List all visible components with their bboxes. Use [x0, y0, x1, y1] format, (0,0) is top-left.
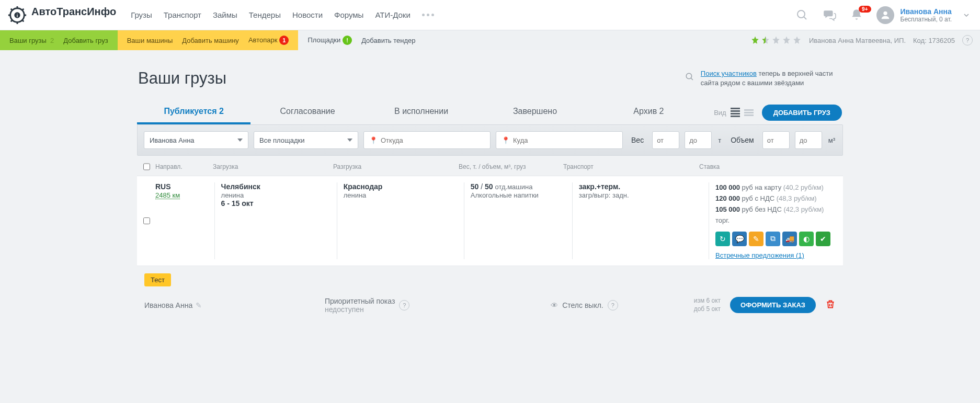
nav-docs[interactable]: АТИ-Доки	[375, 10, 410, 19]
copy-icon[interactable]: ⧉	[766, 232, 780, 246]
subnav-add-cargo[interactable]: Добавить груз	[63, 37, 108, 44]
search-icon[interactable]	[795, 8, 810, 22]
row-footer: Иванова Анна ✎ Приоритетный показ недост…	[137, 292, 843, 314]
added-date: доб 5 окт	[694, 305, 721, 314]
modified-date: изм 6 окт	[694, 297, 721, 305]
notifications-badge: 9+	[859, 6, 871, 13]
page-title: Ваши грузы	[138, 69, 226, 88]
th-rate[interactable]: Ставка	[699, 163, 837, 170]
volume-unit: м³	[828, 136, 835, 144]
eye-off-icon: 👁	[551, 301, 558, 309]
tab-archive[interactable]: Архив 2	[592, 100, 705, 124]
row-unload-street: ленина	[344, 191, 367, 199]
row-cargo: Алкогольные напитки	[471, 191, 539, 199]
user-plan: Бесплатный, 0 ат.	[901, 16, 952, 23]
tab-execution[interactable]: В исполнении	[364, 100, 478, 124]
sub-nav: Ваши грузы 2 Добавить груз Ваши машины Д…	[0, 30, 980, 50]
hint-link[interactable]: Поиск участников	[701, 70, 757, 77]
volume-label: Объем	[731, 136, 754, 144]
priority-sub: недоступен	[325, 305, 395, 314]
user-menu[interactable]: Иванова Анна Бесплатный, 0 ат.	[876, 6, 970, 24]
tab-publish[interactable]: Публикуется 2	[137, 100, 250, 124]
nav-transport[interactable]: Транспорт	[164, 10, 201, 19]
edit-icon[interactable]: ✎	[749, 232, 764, 246]
nav-news[interactable]: Новости	[292, 10, 323, 19]
nav-more-icon[interactable]	[422, 14, 434, 16]
search-large-icon	[685, 69, 694, 85]
svg-text:i: i	[17, 13, 18, 18]
table-row: RUS 2485 км Челябинск ленина 6 - 15 окт …	[137, 176, 843, 266]
nav-cargo[interactable]: Грузы	[131, 10, 152, 19]
th-direction[interactable]: Направл.	[155, 163, 213, 170]
view-dense-icon[interactable]	[731, 108, 740, 117]
tab-done[interactable]: Завершено	[478, 100, 591, 124]
nav-loans[interactable]: Займы	[213, 10, 237, 19]
subnav-your-cargo[interactable]: Ваши грузы	[9, 37, 47, 44]
truck-icon[interactable]: 🚚	[782, 232, 797, 246]
weight-from-input[interactable]	[652, 131, 679, 149]
delete-icon[interactable]	[825, 299, 836, 311]
subnav-add-truck[interactable]: Добавить машину	[182, 37, 239, 44]
row-truck-type: отд.машина	[495, 183, 533, 191]
check-icon[interactable]: ✔	[816, 232, 830, 246]
tab-agreement[interactable]: Согласование	[250, 100, 364, 124]
row-loading: загр/выгр: задн.	[579, 191, 629, 199]
filter-platforms-select[interactable]: Все площадки	[254, 131, 358, 149]
notifications-icon[interactable]: 9+	[849, 8, 864, 22]
row-checkbox[interactable]	[143, 182, 150, 259]
row-distance[interactable]: 2485 км	[155, 191, 180, 199]
volume-from-input[interactable]	[762, 131, 790, 149]
view-sparse-icon[interactable]	[744, 109, 754, 116]
message-icon[interactable]: 💬	[732, 232, 747, 246]
platforms-badge: !	[343, 36, 352, 45]
table-header: Направл. Загрузка Разгрузка Вес, т. / об…	[137, 156, 843, 176]
top-nav: Грузы Транспорт Займы Тендеры Новости Фо…	[131, 10, 782, 19]
svg-point-4	[883, 11, 887, 15]
toggle-icon[interactable]: ◐	[799, 232, 814, 246]
subnav-your-trucks[interactable]: Ваши машины	[127, 37, 173, 44]
stealth-help-icon[interactable]: ?	[608, 300, 618, 310]
add-cargo-button[interactable]: ДОБАВИТЬ ГРУЗ	[762, 105, 842, 121]
th-unload[interactable]: Разгрузка	[333, 163, 459, 170]
volume-to-input[interactable]	[795, 131, 822, 149]
filter-from-input[interactable]: 📍	[363, 131, 491, 149]
row-dates: 6 - 15 окт	[221, 199, 254, 208]
refresh-icon[interactable]: ↻	[715, 232, 730, 246]
test-tag[interactable]: Тест	[144, 273, 171, 286]
row-unload-city: Краснодар	[344, 182, 383, 191]
priority-label: Приоритетный показ	[325, 297, 395, 305]
row-bargain: торг.	[715, 215, 830, 226]
edit-owner-icon[interactable]: ✎	[196, 301, 202, 309]
subnav-add-tender[interactable]: Добавить тендер	[361, 37, 415, 44]
stealth-label: Стелс выкл.	[562, 301, 603, 309]
filter-owner-select[interactable]: Иванова Анна	[144, 131, 248, 149]
nav-tenders[interactable]: Тендеры	[249, 10, 281, 19]
select-all-checkbox[interactable]	[143, 163, 150, 170]
th-weight[interactable]: Вес, т. / объем, м³, груз	[459, 163, 563, 170]
subnav-autopark[interactable]: Автопарк	[248, 36, 278, 44]
th-load[interactable]: Загрузка	[213, 163, 333, 170]
subnav-platforms[interactable]: Площадки	[307, 36, 340, 44]
counter-offers-link[interactable]: Встречные предложения (1)	[715, 251, 804, 259]
filters-bar: Иванова Анна Все площадки 📍 📍 Вес т Объе…	[137, 124, 843, 156]
row-load-city: Челябинск	[221, 182, 260, 191]
filter-to-input[interactable]: 📍	[496, 131, 623, 149]
avatar-icon	[876, 6, 894, 24]
top-header: i АвтоТрансИнфо БИРЖА ГРУЗОПЕРЕВОЗОК Гру…	[0, 0, 980, 30]
code-label: Код:	[913, 37, 927, 44]
nav-forums[interactable]: Форумы	[334, 10, 363, 19]
chat-icon[interactable]	[822, 8, 837, 22]
view-label: Вид	[714, 109, 726, 117]
help-icon[interactable]: ?	[962, 35, 973, 45]
priority-help-icon[interactable]: ?	[399, 300, 409, 310]
order-button[interactable]: ОФОРМИТЬ ЗАКАЗ	[730, 297, 816, 313]
svg-point-3	[797, 10, 805, 18]
rating-stars[interactable]	[750, 36, 802, 45]
tabs: Публикуется 2 Согласование В исполнении …	[137, 100, 705, 124]
autopark-badge: 1	[279, 36, 289, 45]
th-transport[interactable]: Транспорт	[563, 163, 699, 170]
company-name: Иванова Анна Матвеевна, ИП.	[809, 37, 906, 44]
row-actions: ↻ 💬 ✎ ⧉ 🚚 ◐ ✔	[715, 232, 830, 246]
logo-icon: i	[7, 5, 27, 25]
weight-to-input[interactable]	[685, 131, 712, 149]
